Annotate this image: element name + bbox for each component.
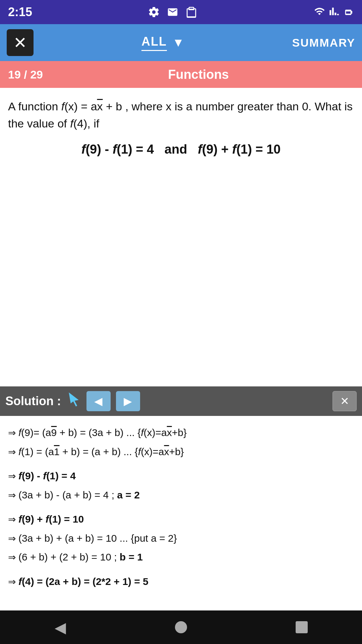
category-title: Functions <box>43 67 354 82</box>
solution-close-button[interactable]: ✕ <box>333 391 357 411</box>
signal-icon <box>329 6 339 18</box>
bottom-nav: ◀ <box>0 610 362 644</box>
arrow-icon-3: ⇒ <box>8 468 16 484</box>
wifi-icon <box>313 6 326 18</box>
nav-center: ALL ▼ <box>34 35 292 51</box>
solution-content: ⇒ f(9)= (a9 + b) = (3a + b) ... {f(x)=ax… <box>0 416 362 610</box>
solution-line-2: ⇒ f(1) = (a1 + b) = (a + b) ... {f(x)=ax… <box>8 443 354 461</box>
solution-line-5: ⇒ f(9) + f(1) = 10 <box>8 511 354 528</box>
solution-text-2: f(1) = (a1 + b) = (a + b) ... {f(x)=ax+b… <box>18 443 184 461</box>
progress-count: 19 / 29 <box>8 68 43 81</box>
question-area: A function f(x) = ax + b , where x is a … <box>0 88 362 163</box>
status-bar: 2:15 <box>0 0 362 24</box>
close-button[interactable]: ✕ <box>7 29 34 56</box>
solution-text-6: (3a + b) + (a + b) = 10 ... {put a = 2} <box>18 530 177 547</box>
solution-prev-button[interactable]: ◀ <box>86 391 111 411</box>
recents-button[interactable] <box>288 614 315 641</box>
progress-bar: 19 / 29 Functions <box>0 61 362 88</box>
question-formula: f(9) - f(1) = 4 and f(9) + f(1) = 10 <box>8 142 354 157</box>
solution-line-3: ⇒ f(9) - f(1) = 4 <box>8 467 354 485</box>
arrow-icon-2: ⇒ <box>8 444 16 460</box>
nav-bar: ✕ ALL ▼ SUMMARY <box>0 24 362 61</box>
solution-text-3: f(9) - f(1) = 4 <box>18 467 76 485</box>
arrow-icon-6: ⇒ <box>8 530 16 547</box>
solution-block-2: ⇒ f(9) - f(1) = 4 ⇒ (3a + b) - (a + b) =… <box>8 467 354 504</box>
arrow-icon-8: ⇒ <box>8 574 16 590</box>
battery-icon <box>343 6 354 18</box>
solution-text-7: (6 + b) + (2 + b) = 10 ; b = 1 <box>18 548 143 566</box>
summary-button[interactable]: SUMMARY <box>292 36 355 49</box>
back-arrow-icon: ◀ <box>55 619 66 636</box>
spacer <box>0 163 362 386</box>
solution-line-1: ⇒ f(9)= (a9 + b) = (3a + b) ... {f(x)=ax… <box>8 424 354 442</box>
status-right-icons <box>313 6 354 18</box>
solution-line-7: ⇒ (6 + b) + (2 + b) = 10 ; b = 1 <box>8 548 354 566</box>
solution-block-4: ⇒ f(4) = (2a + b) = (2*2 + 1) = 5 <box>8 573 354 591</box>
solution-next-button[interactable]: ▶ <box>116 391 140 411</box>
solution-text-1: f(9)= (a9 + b) = (3a + b) ... {f(x)=ax+b… <box>18 424 187 442</box>
status-time: 2:15 <box>8 5 32 19</box>
arrow-icon-1: ⇒ <box>8 425 16 441</box>
question-text: A function f(x) = ax + b , where x is a … <box>8 98 354 132</box>
home-circle-icon <box>175 621 187 633</box>
solution-text-5: f(9) + f(1) = 10 <box>18 511 84 528</box>
solution-line-6: ⇒ (3a + b) + (a + b) = 10 ... {put a = 2… <box>8 530 354 547</box>
solution-text-4: (3a + b) - (a + b) = 4 ; a = 2 <box>18 486 140 504</box>
solution-label: Solution : <box>5 394 61 408</box>
solution-block-3: ⇒ f(9) + f(1) = 10 ⇒ (3a + b) + (a + b) … <box>8 511 354 566</box>
clipboard-icon <box>185 6 198 18</box>
mail-icon <box>166 6 179 18</box>
filter-all-label: ALL <box>141 35 167 51</box>
solution-line-8: ⇒ f(4) = (2a + b) = (2*2 + 1) = 5 <box>8 573 354 591</box>
arrow-icon-5: ⇒ <box>8 511 16 528</box>
gear-icon <box>147 6 161 18</box>
back-button[interactable]: ◀ <box>47 614 74 641</box>
solution-text-8: f(4) = (2a + b) = (2*2 + 1) = 5 <box>18 573 148 591</box>
solution-block-1: ⇒ f(9)= (a9 + b) = (3a + b) ... {f(x)=ax… <box>8 424 354 461</box>
solution-line-4: ⇒ (3a + b) - (a + b) = 4 ; a = 2 <box>8 486 354 504</box>
arrow-icon-7: ⇒ <box>8 549 16 566</box>
dropdown-arrow-icon[interactable]: ▼ <box>172 36 184 50</box>
arrow-icon-4: ⇒ <box>8 487 16 503</box>
home-button[interactable] <box>168 614 194 641</box>
status-center-icons <box>147 6 198 18</box>
cursor-icon <box>66 392 81 410</box>
solution-header: Solution : ◀ ▶ ✕ <box>0 386 362 416</box>
recents-square-icon <box>296 621 308 633</box>
